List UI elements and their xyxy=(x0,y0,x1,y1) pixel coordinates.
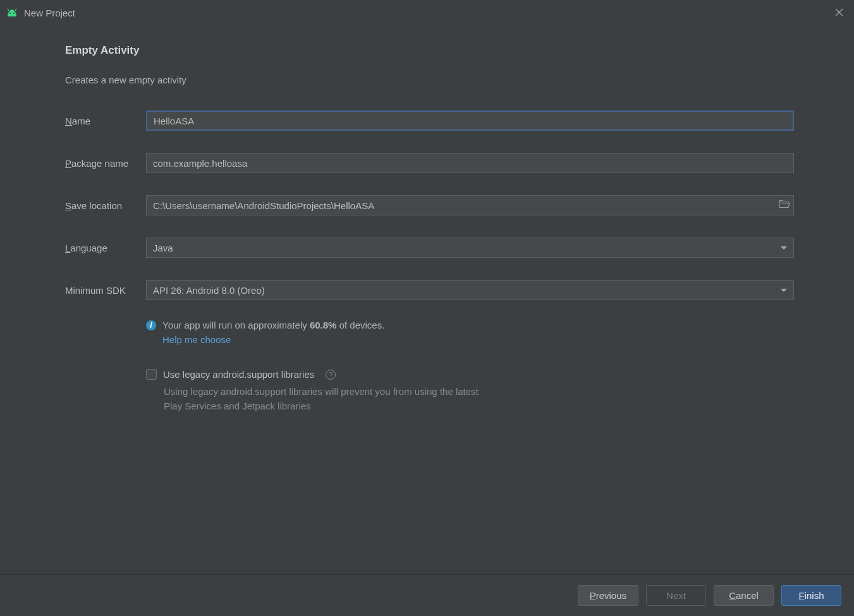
row-minsdk: Minimum SDK API 26: Android 8.0 (Oreo) xyxy=(65,280,794,300)
chevron-down-icon xyxy=(781,246,787,250)
language-select[interactable]: Java xyxy=(146,238,794,258)
row-package: Package name xyxy=(65,153,794,173)
chevron-down-icon xyxy=(781,289,787,292)
legacy-block: Use legacy android.support libraries ? U… xyxy=(146,369,794,413)
svg-point-2 xyxy=(9,13,11,14)
label-package: Package name xyxy=(65,158,146,169)
package-name-input[interactable] xyxy=(146,153,794,173)
row-language: Language Java xyxy=(65,238,794,258)
row-name: Name xyxy=(65,111,794,131)
label-minsdk: Minimum SDK xyxy=(65,285,146,296)
page-title: Empty Activity xyxy=(65,44,794,57)
label-save-location: Save location xyxy=(65,200,146,211)
svg-point-3 xyxy=(13,13,15,14)
page-subtitle: Creates a new empty activity xyxy=(65,75,794,85)
save-location-input[interactable] xyxy=(146,195,794,215)
info-icon: i xyxy=(146,320,156,330)
minsdk-select-value: API 26: Android 8.0 (Oreo) xyxy=(153,285,265,296)
close-icon xyxy=(835,8,843,16)
cancel-button[interactable]: Cancel xyxy=(714,585,774,606)
android-logo-icon xyxy=(6,8,18,17)
next-button: Next xyxy=(646,585,706,606)
svg-line-0 xyxy=(8,9,9,11)
label-name: Name xyxy=(65,116,146,126)
minsdk-select[interactable]: API 26: Android 8.0 (Oreo) xyxy=(146,280,794,300)
svg-line-1 xyxy=(15,9,16,11)
close-button[interactable] xyxy=(830,8,848,18)
main-panel: Empty Activity Creates a new empty activ… xyxy=(0,25,854,574)
footer: Previous Next Cancel Finish xyxy=(0,574,854,616)
help-me-choose-link[interactable]: Help me choose xyxy=(162,334,231,345)
browse-button[interactable] xyxy=(779,200,790,211)
finish-button[interactable]: Finish xyxy=(781,585,841,606)
language-select-value: Java xyxy=(153,243,173,253)
titlebar: New Project xyxy=(0,0,854,25)
window-title: New Project xyxy=(24,8,830,18)
previous-button[interactable]: Previous xyxy=(578,585,638,606)
folder-icon xyxy=(779,200,790,209)
row-save-location: Save location xyxy=(65,195,794,215)
legacy-support-label: Use legacy android.support libraries xyxy=(163,369,314,380)
sdk-info-block: i Your app will run on approximately 60.… xyxy=(146,320,794,345)
legacy-support-hint: Using legacy android.support libraries w… xyxy=(164,385,492,413)
legacy-support-checkbox[interactable] xyxy=(146,369,157,380)
label-language: Language xyxy=(65,243,146,253)
help-icon[interactable]: ? xyxy=(326,370,336,380)
sdk-coverage-text: Your app will run on approximately 60.8%… xyxy=(162,320,384,330)
name-input[interactable] xyxy=(146,111,794,131)
